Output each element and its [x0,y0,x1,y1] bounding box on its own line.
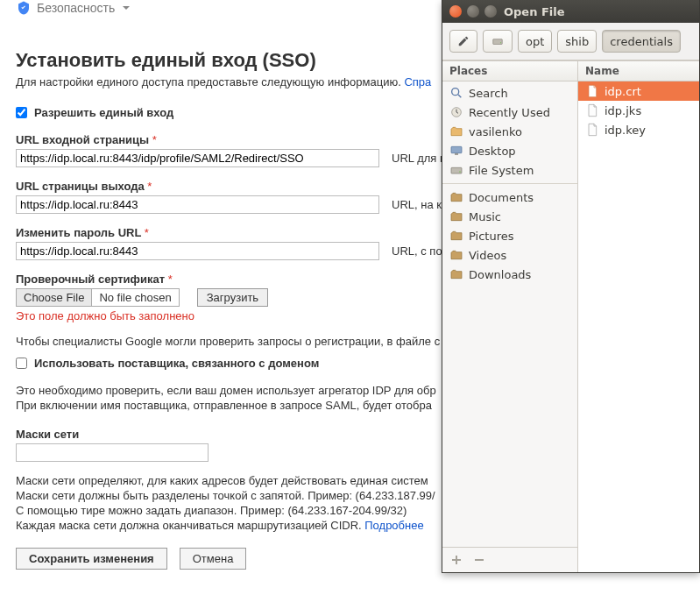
file-status: No file chosen [92,289,178,306]
minus-icon [474,555,484,565]
domain-issuer-label: Использовать поставщика, связанного с до… [34,357,319,370]
subtitle-help-link[interactable]: Спра [404,75,431,89]
desktop-icon [449,144,463,158]
pencil-icon [457,35,470,47]
place-music[interactable]: Music [442,207,577,226]
search-icon [449,86,463,100]
cancel-button[interactable]: Отмена [180,548,247,570]
place-pictures[interactable]: Pictures [442,226,577,245]
place-desktop[interactable]: Desktop [442,141,577,160]
shield-icon [16,0,32,16]
places-header[interactable]: Places [442,61,577,81]
path-edit-toggle[interactable] [449,30,477,53]
home-folder-icon [449,124,463,138]
svg-point-2 [452,89,459,96]
place-documents[interactable]: Documents [442,188,577,207]
signout-url-hint: URL, на ко [392,198,448,211]
file-row[interactable]: idp.jks [578,101,699,120]
save-button[interactable]: Сохранить изменения [16,548,167,570]
svg-rect-6 [455,153,458,154]
files-header[interactable]: Name [578,61,699,81]
breadcrumb-label: Безопасность [37,1,115,15]
path-crumb-shib[interactable]: shib [557,30,597,53]
upload-button[interactable]: Загрузить [197,288,268,307]
place-filesystem[interactable]: File System [442,160,577,180]
svg-line-3 [458,95,461,97]
signin-url-hint: URL для в [392,152,446,165]
bookmark-remove-button[interactable] [472,553,486,567]
file-icon [585,103,599,117]
enable-sso-label: Разрешить единый вход [34,106,173,119]
drive-icon [491,35,505,47]
svg-rect-7 [451,167,462,174]
folder-icon [449,190,463,204]
chevron-down-icon [122,4,131,12]
choose-file-button[interactable]: Choose File [17,289,92,306]
netmask-desc4: Каждая маска сети должна оканчиваться ма… [16,519,364,532]
path-crumb-credentials[interactable]: credentials [602,30,681,53]
file-icon [585,84,599,98]
path-crumb-opt[interactable]: opt [518,30,552,53]
place-videos[interactable]: Videos [442,245,577,265]
svg-point-8 [459,171,460,172]
svg-rect-5 [451,146,462,152]
window-minimize-button[interactable] [467,5,479,18]
clock-icon [449,105,463,119]
netmask-input[interactable] [16,443,209,462]
signin-url-input[interactable] [16,149,379,167]
place-recent[interactable]: Recently Used [442,103,577,122]
file-row[interactable]: idp.crt [578,81,699,101]
folder-icon [449,229,463,243]
dialog-path-bar: opt shib credentials [442,23,699,60]
signout-url-input[interactable] [16,195,379,214]
netmask-more-link[interactable]: Подробнее [364,519,423,532]
open-file-dialog: Open File opt shib credentials Places Se… [442,0,700,573]
enable-sso-checkbox[interactable] [16,107,27,118]
plus-icon [451,555,462,565]
folder-icon [449,209,463,223]
place-downloads[interactable]: Downloads [442,265,577,284]
file-row[interactable]: idp.key [578,120,699,139]
svg-rect-0 [493,39,503,45]
domain-issuer-checkbox[interactable] [16,358,27,369]
place-search[interactable]: Search [442,83,577,103]
window-close-button[interactable] [449,5,462,18]
drive-icon [449,163,463,177]
bookmark-add-button[interactable] [449,553,463,567]
window-maximize-button[interactable] [484,5,497,18]
file-icon [585,123,599,137]
folder-icon [449,267,463,281]
dialog-title: Open File [504,5,565,18]
dialog-titlebar[interactable]: Open File [442,0,699,23]
path-root-button[interactable] [483,30,513,53]
changepw-url-input[interactable] [16,242,379,260]
svg-point-1 [500,42,501,43]
place-home[interactable]: vasilenko [442,122,577,141]
folder-icon [449,248,463,262]
